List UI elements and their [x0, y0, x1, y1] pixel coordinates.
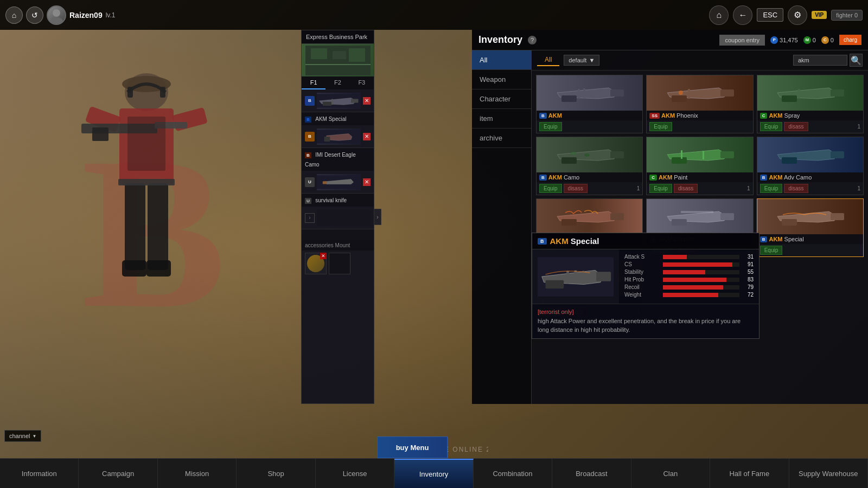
- item-akm-special[interactable]: B AKM Special Equip: [757, 198, 864, 257]
- settings-icon-btn[interactable]: ⚙: [788, 5, 807, 25]
- back-icon-btn[interactable]: ←: [733, 5, 752, 25]
- stat-weight: Weight 72: [624, 292, 754, 298]
- filter-dropdown-arrow: ▼: [589, 57, 595, 63]
- inventory-title: Inventory: [478, 34, 522, 46]
- panel-toggle[interactable]: ›: [374, 209, 381, 225]
- svg-rect-51: [782, 157, 797, 164]
- item-paint-equip[interactable]: Equip: [649, 184, 672, 193]
- empty-slot-img: [317, 210, 371, 226]
- item-akm-name: AKM: [548, 112, 562, 119]
- eq-tab-f3[interactable]: F3: [350, 76, 374, 89]
- channel-button[interactable]: channel ▼: [4, 430, 41, 442]
- nav-combination[interactable]: Combination: [474, 459, 552, 488]
- nav-item-weapon[interactable]: Weapon: [472, 70, 531, 89]
- slot-name-3: U survival knife: [302, 194, 374, 207]
- eq-tab-f1[interactable]: F1: [302, 76, 326, 89]
- svg-rect-32: [561, 95, 577, 102]
- slot-icon-1: B: [305, 96, 315, 106]
- search-input[interactable]: [793, 55, 847, 66]
- nav-hall-of-fame[interactable]: Hall of Fame: [710, 459, 789, 488]
- item-advcamo-disass[interactable]: disass: [784, 184, 808, 193]
- item-advcamo-equip[interactable]: Equip: [760, 184, 783, 193]
- filter-bar: All default ▼ 🔍: [532, 50, 868, 70]
- svg-rect-68: [575, 270, 577, 282]
- stat-stability-fill: [663, 270, 705, 274]
- item-phoenix-equip[interactable]: Equip: [649, 122, 672, 131]
- nav-item-character[interactable]: Character: [472, 89, 531, 109]
- nav-item-archive[interactable]: archive: [472, 129, 531, 148]
- nav-item-all[interactable]: All: [472, 50, 531, 70]
- home-btn[interactable]: ⌂: [5, 7, 23, 24]
- item-akm[interactable]: B AKM Equip: [536, 75, 643, 133]
- svg-rect-42: [610, 151, 624, 158]
- item-paint-disass[interactable]: disass: [674, 184, 698, 193]
- item-camo-badge: B: [539, 175, 547, 181]
- svg-rect-13: [127, 117, 165, 171]
- item-spray-namebar: C AKM Spray: [757, 111, 863, 120]
- nav-supply-warehouse[interactable]: Supply Warehouse: [789, 459, 868, 488]
- item-camo-equip[interactable]: Equip: [539, 184, 562, 193]
- svg-point-52: [790, 152, 797, 155]
- eq-slot-2[interactable]: B ✕: [302, 125, 374, 148]
- currency-c: C 0: [821, 36, 834, 44]
- item-special-equip[interactable]: Equip: [760, 246, 783, 255]
- svg-rect-57: [681, 211, 713, 213]
- item-spray-equip[interactable]: Equip: [760, 122, 783, 131]
- refresh-btn[interactable]: ↺: [26, 7, 43, 24]
- item-akm-advcamo[interactable]: B AKM Adv Camo Equip disass 1: [757, 137, 864, 195]
- top-bar-left: ⌂ ↺ Raizen09 lv.1: [5, 5, 705, 25]
- item-advcamo-count: 1: [857, 185, 860, 191]
- svg-rect-47: [672, 157, 687, 164]
- accessory-item-1[interactable]: ✕: [305, 253, 327, 274]
- item-akm-camo[interactable]: B AKM Camo Equip disass 1: [536, 137, 643, 195]
- buy-menu-button[interactable]: buy Menu: [377, 436, 448, 458]
- inventory-help[interactable]: ?: [528, 36, 537, 44]
- item-camo-disass[interactable]: disass: [564, 184, 588, 193]
- filter-tab-all[interactable]: All: [537, 54, 559, 66]
- item-spray-disass[interactable]: disass: [784, 122, 808, 131]
- nav-shop[interactable]: Shop: [237, 459, 315, 488]
- nav-information[interactable]: Information: [0, 459, 79, 488]
- item-akm-equip[interactable]: Equip: [539, 122, 562, 131]
- item-advcamo-actions: Equip disass 1: [757, 182, 863, 195]
- slot-img-2: [317, 129, 361, 145]
- slot-close-2[interactable]: ✕: [363, 133, 371, 140]
- svg-rect-20: [333, 51, 346, 59]
- nav-license[interactable]: License: [316, 459, 394, 488]
- slot-close-3[interactable]: ✕: [363, 178, 371, 186]
- nav-item-item[interactable]: item: [472, 109, 531, 129]
- nav-clan[interactable]: Clan: [631, 459, 710, 488]
- svg-rect-31: [610, 89, 624, 97]
- accessories-section-label: accessories Mount: [302, 240, 374, 251]
- stat-cs-bar: [663, 262, 739, 267]
- nav-broadcast[interactable]: Broadcast: [552, 459, 631, 488]
- item-phoenix-namebar: SS AKM Phoenix: [647, 111, 752, 120]
- character-svg: [49, 43, 244, 390]
- home-icon-btn[interactable]: ⌂: [709, 5, 729, 25]
- filter-dropdown[interactable]: default ▼: [564, 55, 599, 66]
- eq-slot-3[interactable]: U ✕: [302, 171, 374, 194]
- svg-rect-54: [561, 219, 577, 226]
- item-camo-actions: Equip disass 1: [537, 182, 642, 195]
- slot-close-1[interactable]: ✕: [363, 97, 371, 105]
- inventory-nav: All Weapon Character item archive: [472, 50, 532, 404]
- item-paint-namebar: C AKM Paint: [647, 172, 752, 182]
- item-akm-spray[interactable]: C AKM Spray Equip disass 1: [757, 75, 864, 133]
- coupon-entry-button[interactable]: coupon entry: [719, 35, 765, 46]
- item-akm-paint[interactable]: C AKM Paint Equip disass 1: [646, 137, 753, 195]
- svg-rect-48: [681, 150, 682, 159]
- tooltip-title-prefix: AKM: [550, 236, 569, 246]
- svg-rect-35: [720, 89, 734, 97]
- charge-button[interactable]: charg: [839, 35, 861, 45]
- eq-tab-f2[interactable]: F2: [326, 76, 349, 89]
- nav-mission[interactable]: Mission: [158, 459, 237, 488]
- acc-close-1[interactable]: ✕: [320, 253, 327, 259]
- tooltip-badge: B: [538, 238, 547, 245]
- search-button[interactable]: 🔍: [850, 54, 863, 67]
- eq-slot-1[interactable]: B ✕: [302, 89, 374, 112]
- nav-inventory[interactable]: Inventory: [394, 459, 473, 488]
- esc-button[interactable]: ESC: [757, 8, 783, 22]
- nav-campaign[interactable]: Campaign: [79, 459, 157, 488]
- item-akm-phoenix[interactable]: SS AKM Phoenix Equip: [646, 75, 753, 133]
- tooltip-header: B AKM Special: [532, 233, 759, 249]
